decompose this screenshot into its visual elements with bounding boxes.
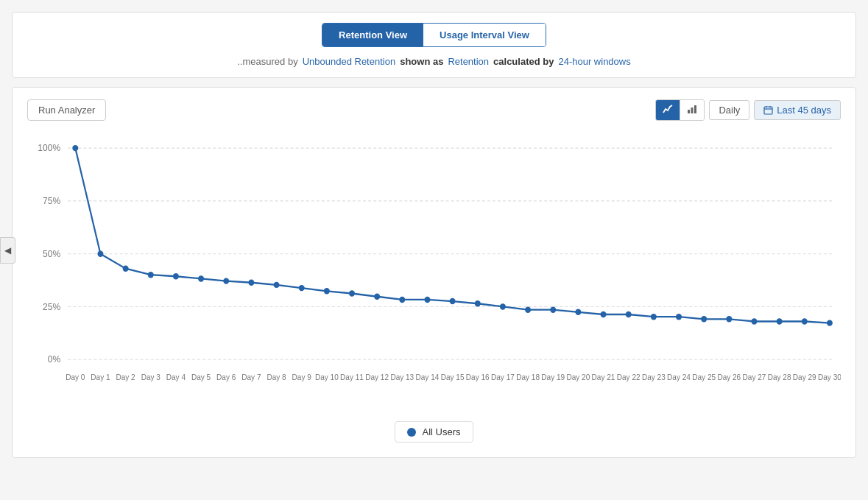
- svg-rect-0: [688, 110, 690, 113]
- svg-text:Day 14: Day 14: [416, 373, 440, 381]
- scroll-left-button[interactable]: ◀: [0, 237, 15, 264]
- svg-text:Day 28: Day 28: [768, 373, 791, 381]
- svg-point-21: [173, 273, 179, 279]
- svg-point-17: [72, 145, 78, 151]
- svg-text:Day 6: Day 6: [216, 373, 236, 381]
- svg-point-26: [299, 285, 305, 291]
- view-toggle: Retention View Usage Interval View: [322, 23, 546, 47]
- svg-text:Day 7: Day 7: [241, 373, 261, 381]
- retention-chart: 100% 75% 50% 25% 0%: [27, 133, 841, 412]
- svg-text:Day 5: Day 5: [191, 373, 211, 381]
- svg-point-18: [97, 250, 103, 256]
- svg-text:Day 29: Day 29: [793, 373, 816, 381]
- svg-point-44: [751, 318, 757, 324]
- svg-rect-1: [691, 108, 694, 113]
- measured-by-label: ..measured by: [237, 56, 297, 67]
- svg-point-38: [601, 311, 607, 317]
- run-analyzer-button[interactable]: Run Analyzer: [27, 99, 106, 121]
- svg-point-37: [575, 309, 581, 315]
- svg-text:Day 12: Day 12: [365, 373, 389, 381]
- svg-text:Day 27: Day 27: [743, 373, 766, 381]
- bar-chart-button[interactable]: [680, 100, 704, 120]
- svg-text:Day 1: Day 1: [91, 373, 110, 381]
- date-range-button[interactable]: Last 45 days: [754, 100, 841, 120]
- svg-point-24: [248, 280, 254, 286]
- svg-point-23: [223, 278, 229, 284]
- retention-view-tab[interactable]: Retention View: [322, 24, 423, 46]
- svg-text:Day 0: Day 0: [66, 373, 85, 381]
- svg-text:Day 11: Day 11: [340, 373, 364, 381]
- toolbar-right: Daily Last 45 days: [655, 99, 841, 121]
- svg-text:Day 19: Day 19: [541, 373, 565, 381]
- svg-text:Day 17: Day 17: [491, 373, 515, 381]
- svg-text:Day 25: Day 25: [692, 373, 716, 381]
- svg-point-33: [475, 300, 481, 306]
- svg-point-22: [198, 275, 204, 281]
- svg-text:Day 2: Day 2: [116, 373, 135, 381]
- svg-text:25%: 25%: [43, 301, 60, 311]
- svg-text:Day 18: Day 18: [516, 373, 540, 381]
- svg-point-20: [148, 272, 154, 278]
- svg-text:Day 16: Day 16: [466, 373, 490, 381]
- svg-point-32: [450, 298, 456, 304]
- svg-text:Day 23: Day 23: [642, 373, 666, 381]
- svg-point-30: [399, 297, 405, 303]
- calculated-by-label: calculated by: [493, 56, 554, 67]
- bar-chart-icon: [687, 104, 697, 114]
- shown-as-label: shown as: [400, 56, 443, 67]
- line-chart-button[interactable]: [656, 100, 680, 120]
- svg-point-46: [802, 318, 808, 324]
- svg-point-31: [424, 297, 430, 303]
- svg-text:Day 26: Day 26: [717, 373, 741, 381]
- chart-container: 100% 75% 50% 25% 0%: [27, 133, 841, 412]
- legend-label: All Users: [422, 426, 460, 437]
- chart-type-toggle: [655, 99, 705, 121]
- svg-text:50%: 50%: [43, 249, 60, 259]
- granularity-button[interactable]: Daily: [709, 100, 749, 120]
- svg-text:Day 9: Day 9: [292, 373, 311, 381]
- chart-card: Run Analyzer: [12, 87, 856, 458]
- svg-point-45: [777, 318, 783, 324]
- svg-text:Day 4: Day 4: [166, 373, 186, 381]
- svg-text:Day 24: Day 24: [667, 373, 691, 381]
- filter-bar: ..measured by Unbounded Retention shown …: [27, 56, 841, 67]
- svg-rect-3: [764, 107, 772, 114]
- svg-text:Day 20: Day 20: [566, 373, 590, 381]
- svg-point-41: [676, 314, 682, 320]
- svg-text:Day 13: Day 13: [390, 373, 414, 381]
- svg-point-34: [500, 303, 506, 309]
- calculated-by-value[interactable]: 24-hour windows: [558, 56, 630, 67]
- svg-text:Day 22: Day 22: [617, 373, 641, 381]
- chart-legend: All Users: [395, 421, 473, 443]
- svg-text:Day 8: Day 8: [267, 373, 286, 381]
- chart-toolbar: Run Analyzer: [27, 99, 841, 121]
- svg-text:0%: 0%: [48, 354, 60, 365]
- shown-as-value[interactable]: Retention: [448, 56, 489, 67]
- usage-interval-view-tab[interactable]: Usage Interval View: [423, 24, 546, 46]
- svg-point-36: [550, 306, 556, 312]
- top-card: Retention View Usage Interval View ..mea…: [12, 12, 856, 78]
- calendar-icon: [763, 105, 773, 115]
- svg-point-25: [274, 282, 280, 288]
- svg-point-28: [349, 290, 355, 296]
- svg-point-43: [726, 316, 732, 322]
- svg-text:100%: 100%: [38, 143, 60, 153]
- svg-text:75%: 75%: [43, 196, 60, 206]
- svg-text:Day 21: Day 21: [592, 373, 615, 381]
- svg-text:Day 30: Day 30: [818, 373, 841, 381]
- svg-point-42: [701, 316, 707, 322]
- legend-dot: [407, 428, 416, 437]
- svg-text:Day 3: Day 3: [141, 373, 160, 381]
- line-chart-icon: [663, 104, 673, 114]
- measured-by-value[interactable]: Unbounded Retention: [303, 56, 396, 67]
- svg-rect-2: [694, 105, 696, 113]
- svg-point-40: [651, 314, 657, 320]
- svg-point-19: [123, 266, 129, 272]
- svg-point-35: [525, 306, 531, 312]
- svg-text:Day 15: Day 15: [441, 373, 465, 381]
- svg-point-47: [827, 320, 833, 325]
- svg-point-29: [374, 294, 380, 300]
- date-range-label: Last 45 days: [777, 105, 831, 116]
- svg-text:Day 10: Day 10: [315, 373, 339, 381]
- svg-point-39: [626, 311, 632, 317]
